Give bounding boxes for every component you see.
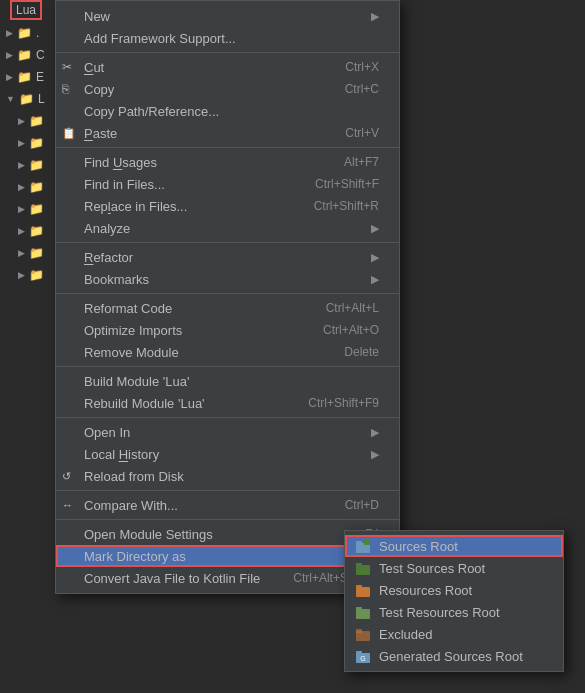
svg-rect-4 [356, 563, 362, 567]
menu-item-bookmarks[interactable]: Bookmarks ▶ [56, 268, 399, 290]
menu-item-refactor[interactable]: Refactor ▶ [56, 246, 399, 268]
chevron-icon-5: ▶ [18, 116, 25, 126]
menu-shortcut-remove-module: Delete [344, 345, 379, 359]
submenu-item-test-sources-root[interactable]: Test Sources Root [345, 557, 563, 579]
chevron-icon-8: ▶ [18, 182, 25, 192]
separator-2 [56, 147, 399, 148]
menu-label-add-framework: Add Framework Support... [84, 31, 379, 46]
menu-shortcut-rebuild-module: Ctrl+Shift+F9 [308, 396, 379, 410]
menu-shortcut-reformat-code: Ctrl+Alt+L [326, 301, 379, 315]
menu-shortcut-find-in-files: Ctrl+Shift+F [315, 177, 379, 191]
folder-icon-8: 📁 [29, 180, 44, 194]
svg-text:G: G [360, 655, 365, 662]
chevron-icon-9: ▶ [18, 204, 25, 214]
menu-label-new: New [84, 9, 366, 24]
separator-7 [56, 490, 399, 491]
submenu-item-sources-root[interactable]: Sources Root [345, 535, 563, 557]
test-sources-root-icon [355, 560, 371, 576]
menu-item-optimize-imports[interactable]: Optimize Imports Ctrl+Alt+O [56, 319, 399, 341]
resources-root-icon [355, 582, 371, 598]
menu-item-find-in-files[interactable]: Find in Files... Ctrl+Shift+F [56, 173, 399, 195]
menu-label-open-module-settings: Open Module Settings [84, 527, 345, 542]
separator-5 [56, 366, 399, 367]
reload-icon: ↺ [62, 470, 71, 483]
separator-8 [56, 519, 399, 520]
menu-label-copy: Copy [84, 82, 325, 97]
menu-label-reformat-code: Reformat Code [84, 301, 306, 316]
chevron-icon-10: ▶ [18, 226, 25, 236]
menu-item-copy[interactable]: ⎘ Copy Ctrl+C [56, 78, 399, 100]
menu-label-build-module: Build Module 'Lua' [84, 374, 379, 389]
svg-rect-1 [356, 541, 362, 545]
menu-label-open-in: Open In [84, 425, 366, 440]
lua-tab[interactable]: Lua [10, 0, 42, 20]
menu-label-convert-java: Convert Java File to Kotlin File [84, 571, 273, 586]
menu-shortcut-find-usages: Alt+F7 [344, 155, 379, 169]
excluded-label: Excluded [379, 627, 432, 642]
menu-item-compare-with[interactable]: ↔ Compare With... Ctrl+D [56, 494, 399, 516]
submenu-arrow-bookmarks: ▶ [371, 273, 379, 286]
paste-icon: 📋 [62, 127, 76, 140]
menu-item-paste[interactable]: 📋 Paste Ctrl+V [56, 122, 399, 144]
menu-shortcut-optimize-imports: Ctrl+Alt+O [323, 323, 379, 337]
menu-label-compare-with: Compare With... [84, 498, 325, 513]
folder-icon-9: 📁 [29, 202, 44, 216]
folder-icon-2: 📁 [17, 48, 32, 62]
folder-icon-3: 📁 [17, 70, 32, 84]
menu-item-replace-in-files[interactable]: Replace in Files... Ctrl+Shift+R [56, 195, 399, 217]
menu-item-find-usages[interactable]: Find Usages Alt+F7 [56, 151, 399, 173]
menu-label-replace-in-files: Replace in Files... [84, 199, 294, 214]
svg-rect-6 [356, 585, 362, 589]
chevron-icon-11: ▶ [18, 248, 25, 258]
menu-label-analyze: Analyze [84, 221, 366, 236]
folder-icon-11: 📁 [29, 246, 44, 260]
submenu-arrow-refactor: ▶ [371, 251, 379, 264]
chevron-icon-3: ▶ [6, 72, 13, 82]
folder-icon-10: 📁 [29, 224, 44, 238]
menu-item-open-in[interactable]: Open In ▶ [56, 421, 399, 443]
menu-label-rebuild-module: Rebuild Module 'Lua' [84, 396, 288, 411]
menu-item-add-framework[interactable]: Add Framework Support... [56, 27, 399, 49]
folder-icon-7: 📁 [29, 158, 44, 172]
generated-sources-root-icon: G [355, 648, 371, 664]
menu-label-find-in-files: Find in Files... [84, 177, 295, 192]
separator-3 [56, 242, 399, 243]
sources-root-label: Sources Root [379, 539, 458, 554]
menu-item-copy-path[interactable]: Copy Path/Reference... [56, 100, 399, 122]
menu-label-optimize-imports: Optimize Imports [84, 323, 303, 338]
svg-rect-10 [356, 629, 362, 633]
cut-icon: ✂ [62, 60, 72, 74]
menu-item-new[interactable]: New ▶ [56, 5, 399, 27]
submenu-item-excluded[interactable]: Excluded [345, 623, 563, 645]
separator-4 [56, 293, 399, 294]
sources-root-icon [355, 538, 371, 554]
context-menu: New ▶ Add Framework Support... ✂ Cut Ctr… [55, 0, 400, 594]
menu-item-rebuild-module[interactable]: Rebuild Module 'Lua' Ctrl+Shift+F9 [56, 392, 399, 414]
menu-item-cut[interactable]: ✂ Cut Ctrl+X [56, 56, 399, 78]
menu-item-analyze[interactable]: Analyze ▶ [56, 217, 399, 239]
menu-label-find-usages: Find Usages [84, 155, 324, 170]
menu-label-refactor: Refactor [84, 250, 366, 265]
sidebar-label-4: L [38, 92, 45, 106]
menu-shortcut-compare-with: Ctrl+D [345, 498, 379, 512]
submenu-item-resources-root[interactable]: Resources Root [345, 579, 563, 601]
separator-6 [56, 417, 399, 418]
generated-sources-root-label: Generated Sources Root [379, 649, 523, 664]
menu-item-remove-module[interactable]: Remove Module Delete [56, 341, 399, 363]
menu-label-cut: Cut [84, 60, 325, 75]
copy-icon: ⎘ [62, 82, 69, 96]
resources-root-label: Resources Root [379, 583, 472, 598]
submenu-arrow-new: ▶ [371, 10, 379, 23]
menu-item-reformat-code[interactable]: Reformat Code Ctrl+Alt+L [56, 297, 399, 319]
menu-item-reload-from-disk[interactable]: ↺ Reload from Disk [56, 465, 399, 487]
test-resources-root-label: Test Resources Root [379, 605, 500, 620]
submenu-arrow-open-in: ▶ [371, 426, 379, 439]
test-sources-root-label: Test Sources Root [379, 561, 485, 576]
menu-item-local-history[interactable]: Local History ▶ [56, 443, 399, 465]
submenu-item-test-resources-root[interactable]: Test Resources Root [345, 601, 563, 623]
menu-item-build-module[interactable]: Build Module 'Lua' [56, 370, 399, 392]
submenu-item-generated-sources-root[interactable]: G Generated Sources Root [345, 645, 563, 667]
menu-shortcut-paste: Ctrl+V [345, 126, 379, 140]
menu-label-copy-path: Copy Path/Reference... [84, 104, 379, 119]
chevron-icon-6: ▶ [18, 138, 25, 148]
